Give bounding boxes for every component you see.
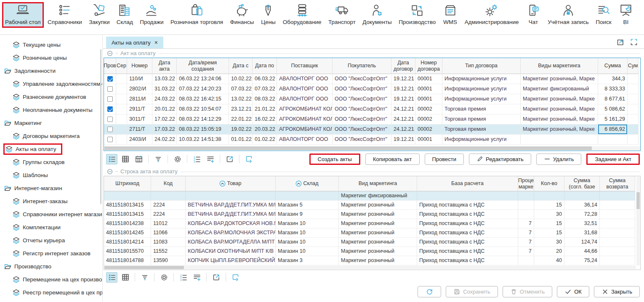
table-cell[interactable]: Магазин 5 [276,201,339,210]
table-cell[interactable]: Информационные услуги [442,135,521,145]
table-cell[interactable]: КОЛБАСА ВАР.МОЛОЧНАЯ ЭКСТРА [186,228,276,238]
group-cell[interactable] [186,191,276,201]
table-cell[interactable]: Магазин 3 [276,256,339,265]
popout-icon[interactable] [616,38,625,46]
lines-hscrollbar[interactable] [104,266,636,269]
table-cell[interactable]: Магазин 10 [276,247,339,256]
sidebar-item[interactable]: Группы складов [0,156,102,169]
column-header[interactable]: Пров [104,58,116,74]
table-cell[interactable]: 13590 [151,256,186,265]
table-cell[interactable]: 07.03.22 [229,84,253,94]
table-cell[interactable]: 75,24 [564,256,600,265]
table-cell[interactable]: 2224 [151,210,186,219]
table-cell[interactable]: 06.03.22 [253,74,277,84]
table-cell[interactable]: 00001 [415,94,442,104]
sidebar-item[interactable]: Регистр интернет заказов [0,247,102,260]
table-cell[interactable]: Магазин 9 [276,210,339,219]
row-checkbox[interactable] [107,76,113,82]
group-cell[interactable] [518,191,534,201]
edit-button[interactable]: Редактировать [469,154,531,165]
table-cell[interactable] [628,104,639,114]
collapse-icon[interactable] [107,50,113,56]
table-cell[interactable]: Информационные услуги [442,74,521,84]
sidebar-item[interactable]: Справочники интернет магази [0,208,102,221]
table-cell[interactable]: Торговая премия [442,125,521,135]
toolbar-open-window-button[interactable] [224,154,235,164]
table-cell[interactable] [628,74,639,84]
ribbon-item-purchases[interactable]: Закупки [86,2,112,26]
table-cell[interactable]: 08.03.22 [253,94,277,104]
ribbon-item-warehouse[interactable]: Склад [114,2,136,26]
table-cell[interactable]: Маркетинг розничный, Марке [521,74,598,84]
table-cell[interactable]: 110/И [127,74,152,84]
table-cell[interactable]: 4811518013415 [104,201,151,210]
table-row[interactable]: 48115180134152224ВЕТЧИНА ВАР.Д/ДЕТ.ПИТ.У… [104,210,640,219]
table-cell[interactable]: Информационные услуги [442,94,521,104]
group-cell[interactable] [151,191,186,201]
column-header[interactable]: Проце марке [518,176,534,191]
toolbar-settings-button[interactable] [172,154,183,164]
column-header[interactable]: Номер договора [415,58,442,74]
table-cell[interactable]: 44,66 [564,247,600,256]
table-cell[interactable]: 15 [534,228,564,238]
table-cell[interactable] [518,210,534,219]
table-cell[interactable]: 19.02.22 [229,125,253,135]
row-checkbox[interactable] [107,86,113,92]
checkbox-cell[interactable] [104,104,116,114]
ribbon-item-equipment[interactable]: Оборудование [280,2,325,26]
ribbon-item-documents[interactable]: Документы [359,2,395,26]
table-cell[interactable]: 344,3 [598,74,628,84]
table-cell[interactable]: Магазин 10 [276,219,339,228]
table-cell[interactable]: ООО "ЛюксСофтОпт" [333,135,391,145]
table-cell[interactable]: Маркетинг розничный, Марке [521,125,598,135]
table-cell[interactable] [116,135,127,145]
toolbar-numbered-list-button[interactable]: 123 [178,272,189,283]
table-cell[interactable]: 20.03.22 [253,125,277,135]
group-cell[interactable] [276,191,339,201]
sidebar-item[interactable]: Управление задолженностями [0,77,102,90]
column-header[interactable]: Тип договора [442,58,521,74]
group-cell[interactable] [417,191,518,201]
group-cell[interactable]: Маркетинг фиксированный [339,191,417,201]
table-cell[interactable]: Маркетинг розничный [339,256,417,265]
table-cell[interactable] [600,219,635,228]
column-header[interactable]: Поставщик [277,58,333,74]
table-row[interactable]: 3011/Т17.02.2208.03.22 14:12:2922.01.221… [104,114,640,125]
column-header[interactable]: Дата с [229,58,253,74]
table-row[interactable]: 110/И13.03.2206.03.22 13:24:0610.02.2206… [104,74,640,84]
table-cell[interactable]: КОЛБАСА ВАР.МОРТАДЕЛЛА М/ПТ [186,238,276,247]
tab-acts[interactable]: Акты на оплату × [106,37,163,48]
sidebar-item[interactable]: Производство [0,260,102,273]
toolbar-list-view-button[interactable] [106,272,117,283]
sidebar-item[interactable]: Задолженности [0,64,102,77]
sidebar-item[interactable]: Перемещение на цех произво [0,273,102,286]
table-cell[interactable]: ВЕТЧИНА ВАР.Д/ДЕТ.ПИТ.УМКА М/П [186,201,276,210]
toolbar-grid-view-button[interactable] [120,154,131,164]
sidebar-item[interactable]: Комплектации [0,221,102,234]
table-cell[interactable]: 01.02.22 [253,135,277,145]
toolbar-filter-button[interactable] [152,154,164,164]
table-cell[interactable]: 20 [534,247,564,256]
table-cell[interactable]: 07.03.22 [253,84,277,94]
table-cell[interactable]: 7 [518,247,534,256]
collapse-icon[interactable] [107,169,113,175]
table-cell[interactable] [628,114,639,125]
table-cell[interactable]: 7 [518,238,534,247]
table-cell[interactable]: ООО "ЛюксСофтОпт" [333,114,391,125]
table-row[interactable]: 2802/И31.03.2207.03.22 14:20:2307.03.220… [104,84,640,94]
column-header[interactable]: Товар [186,176,276,191]
table-cell[interactable]: 13.02.22 [229,94,253,104]
sidebar-item[interactable]: Неоплаченные документы [0,103,102,117]
table-cell[interactable]: 2711/Т [127,125,152,135]
column-header[interactable]: Покупатель [333,58,391,74]
sidebar-item[interactable]: Договоры маркетинга [0,130,102,143]
toolbar-filter-button[interactable] [139,272,150,283]
table-cell[interactable] [116,84,127,94]
toolbar-reload-button[interactable] [230,272,241,283]
table-cell[interactable]: 2224 [151,201,186,210]
table-cell[interactable]: 24.12.21 [391,125,415,135]
checkbox-cell[interactable] [104,135,116,145]
table-row[interactable]: 481151801424511066КОЛБАСА ВАР.МОЛОЧНАЯ Э… [104,228,640,238]
table-cell[interactable]: 24.12.21 [391,104,415,114]
table-cell[interactable]: 2911/Т [127,104,152,114]
